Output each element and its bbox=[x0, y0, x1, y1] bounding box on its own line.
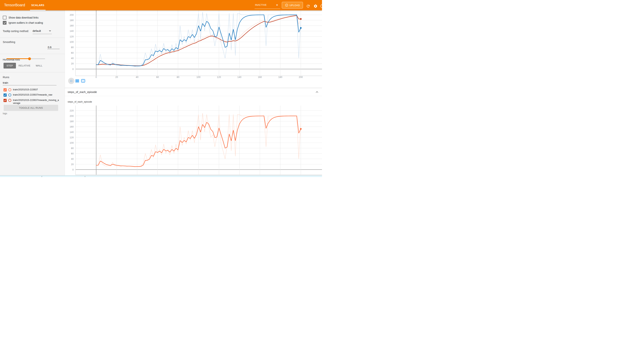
show-download-links-checkbox[interactable] bbox=[3, 16, 6, 20]
expand-chart-button[interactable] bbox=[68, 78, 74, 84]
ignore-outliers-row[interactable]: Ignore outliers in chart scaling bbox=[3, 21, 43, 24]
lines-icon bbox=[75, 80, 79, 82]
ignore-outliers-checkbox[interactable] bbox=[3, 21, 6, 24]
svg-text:0: 0 bbox=[72, 168, 74, 171]
svg-text:60: 60 bbox=[71, 52, 74, 54]
svg-text:40: 40 bbox=[136, 76, 138, 78]
axis-tick bbox=[85, 176, 85, 177]
svg-text:220: 220 bbox=[70, 110, 74, 112]
ignore-outliers-label: Ignore outliers in chart scaling bbox=[8, 21, 43, 24]
run-radio[interactable] bbox=[8, 88, 11, 91]
svg-text:80: 80 bbox=[71, 147, 74, 150]
rewards-scalar-chart[interactable]: 0204060801001201401601802000204060801001… bbox=[65, 10, 322, 87]
svg-text:20: 20 bbox=[71, 163, 74, 166]
axis-step-button[interactable]: STEP bbox=[4, 63, 16, 68]
inactive-dropdown[interactable]: INACTIVE bbox=[254, 2, 280, 8]
toggle-all-runs-button[interactable]: TOGGLE ALL RUNS bbox=[4, 105, 58, 111]
svg-text:180: 180 bbox=[70, 19, 74, 22]
run-checkbox[interactable] bbox=[4, 88, 7, 92]
svg-text:80: 80 bbox=[71, 46, 74, 49]
svg-text:20: 20 bbox=[115, 76, 118, 78]
help-icon[interactable]: ? bbox=[320, 4, 322, 8]
svg-text:60: 60 bbox=[71, 152, 74, 155]
svg-text:0: 0 bbox=[96, 76, 97, 78]
run-row[interactable]: train/20201015-215937/rewards_raw bbox=[4, 93, 60, 97]
tab-scalars[interactable]: SCALARS bbox=[30, 0, 46, 10]
fit-domain-icon bbox=[81, 79, 85, 82]
app-header: TensorBoard SCALARS INACTIVE UPLOAD ? bbox=[0, 0, 322, 10]
chevron-down-icon bbox=[276, 5, 278, 6]
inactive-dropdown-value: INACTIVE bbox=[255, 4, 267, 6]
svg-text:80: 80 bbox=[177, 76, 180, 78]
dropdown-underline bbox=[254, 9, 280, 9]
horizontal-axis-label: Horizontal Axis bbox=[3, 58, 20, 61]
svg-text:?: ? bbox=[322, 5, 322, 7]
tooltip-sorting-select[interactable]: default bbox=[32, 29, 52, 32]
run-row[interactable]: train/20201015-215937 bbox=[4, 88, 60, 92]
sidebar: Show data download links Ignore outliers… bbox=[0, 10, 65, 177]
tensorboard-app: TensorBoard SCALARS INACTIVE UPLOAD ? bbox=[0, 0, 322, 177]
svg-text:180: 180 bbox=[278, 76, 282, 78]
svg-text:40: 40 bbox=[71, 57, 74, 60]
svg-text:140: 140 bbox=[238, 76, 242, 78]
svg-text:60: 60 bbox=[156, 76, 159, 78]
chart-toolbar bbox=[65, 78, 89, 85]
run-label: train/20201015-215937 bbox=[13, 88, 60, 91]
svg-text:160: 160 bbox=[258, 76, 262, 78]
svg-text:20: 20 bbox=[71, 62, 74, 65]
run-checkbox[interactable] bbox=[4, 99, 7, 102]
axis-relative-button[interactable]: RELATIVE bbox=[18, 63, 30, 68]
axis-wall-button[interactable]: WALL bbox=[35, 63, 43, 68]
fullscreen-icon bbox=[70, 80, 73, 82]
svg-text:140: 140 bbox=[70, 131, 74, 134]
tooltip-sorting-value: default bbox=[32, 29, 41, 32]
run-checkbox[interactable] bbox=[4, 94, 7, 97]
slider-thumb[interactable] bbox=[28, 58, 31, 60]
show-download-links-row[interactable]: Show data download links bbox=[3, 16, 38, 20]
app-title: TensorBoard bbox=[4, 3, 25, 7]
svg-text:200: 200 bbox=[70, 14, 74, 16]
chevron-down-icon bbox=[49, 30, 51, 32]
svg-text:100: 100 bbox=[196, 76, 200, 78]
smoothing-value-input[interactable] bbox=[48, 46, 60, 49]
axis-tick bbox=[42, 176, 42, 177]
svg-text:40: 40 bbox=[71, 158, 74, 160]
show-download-links-label: Show data download links bbox=[8, 16, 38, 19]
run-radio[interactable] bbox=[8, 94, 11, 96]
info-icon bbox=[285, 4, 288, 7]
svg-text:140: 140 bbox=[70, 30, 74, 32]
steps-of-each-episode-chart[interactable]: 020406080100120140160180200220 bbox=[65, 104, 322, 177]
divider bbox=[0, 72, 65, 72]
smoothing-label: Smoothing bbox=[3, 40, 15, 44]
runs-selector-button[interactable] bbox=[74, 78, 80, 84]
run-label: train/20201015-215937/rewards_raw bbox=[13, 93, 60, 96]
chevron-up-icon[interactable] bbox=[314, 90, 320, 94]
svg-text:180: 180 bbox=[70, 120, 74, 123]
svg-text:0: 0 bbox=[72, 68, 74, 70]
bottom-axis-strip bbox=[0, 175, 322, 177]
gear-icon[interactable] bbox=[314, 4, 318, 8]
refresh-icon[interactable] bbox=[306, 4, 310, 8]
svg-text:100: 100 bbox=[70, 142, 74, 144]
chart-card-title: steps_of_each_episode bbox=[68, 100, 92, 103]
upload-button[interactable]: UPLOAD bbox=[282, 2, 303, 8]
tooltip-sorting-label: Tooltip sorting method: bbox=[3, 30, 29, 32]
section-header-steps-of-each-episode[interactable]: steps_of_each_episode bbox=[65, 88, 322, 96]
upload-button-label: UPLOAD bbox=[290, 4, 300, 7]
svg-text:120: 120 bbox=[70, 35, 74, 38]
logs-path-label: logs bbox=[3, 112, 7, 115]
svg-text:100: 100 bbox=[70, 41, 74, 43]
section-title: steps_of_each_episode bbox=[68, 90, 97, 94]
svg-text:120: 120 bbox=[217, 76, 221, 78]
svg-text:160: 160 bbox=[70, 126, 74, 128]
run-label: train/20201015-215937/rewards_moving_ave… bbox=[13, 99, 60, 104]
fit-domain-button[interactable] bbox=[80, 78, 86, 84]
svg-text:200: 200 bbox=[70, 115, 74, 118]
svg-text:160: 160 bbox=[70, 24, 74, 27]
run-row[interactable]: train/20201015-215937/rewards_moving_ave… bbox=[4, 99, 60, 104]
svg-text:120: 120 bbox=[70, 136, 74, 139]
runs-label: Runs bbox=[3, 76, 9, 79]
run-radio[interactable] bbox=[8, 99, 11, 102]
divider bbox=[0, 38, 65, 38]
runs-filter-input[interactable] bbox=[3, 81, 56, 85]
